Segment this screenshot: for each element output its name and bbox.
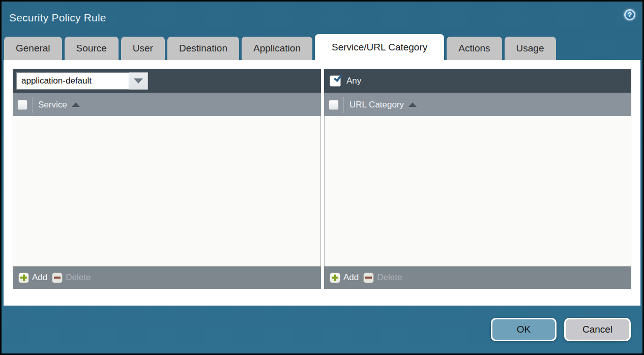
service-delete-button[interactable]: Delete	[52, 272, 91, 283]
any-checkbox[interactable]	[330, 75, 341, 87]
service-type-dropdown	[16, 72, 148, 90]
dialog-button-bar: OK Cancel	[2, 306, 642, 353]
tab-source[interactable]: Source	[65, 37, 119, 60]
service-list-body	[13, 116, 321, 266]
url-category-column-header: URL Category	[324, 93, 631, 116]
minus-icon	[363, 272, 374, 283]
tab-user[interactable]: User	[121, 37, 165, 60]
sort-ascending-icon	[72, 102, 80, 107]
service-panel-header	[13, 69, 321, 93]
security-policy-rule-dialog: Security Policy Rule ? General Source Us…	[0, 0, 644, 355]
service-type-input[interactable]	[16, 72, 129, 90]
checkmark-icon	[334, 72, 342, 81]
plus-icon	[330, 272, 340, 283]
tab-service-url-category[interactable]: Service/URL Category	[315, 34, 444, 60]
url-category-panel-header: Any	[324, 69, 631, 93]
service-add-button[interactable]: Add	[18, 272, 47, 283]
service-column-label: Service	[38, 100, 67, 110]
service-panel-footer: Add Delete	[13, 266, 321, 289]
tab-general[interactable]: General	[4, 37, 62, 60]
tab-actions[interactable]: Actions	[447, 37, 502, 60]
ok-button[interactable]: OK	[491, 318, 557, 341]
tab-content-area: Service Add Delete	[4, 60, 640, 306]
delete-button-label: Delete	[66, 272, 91, 283]
url-category-panel-footer: Add Delete	[324, 266, 631, 289]
service-select-all-checkbox[interactable]	[17, 100, 27, 110]
title-bar: Security Policy Rule ?	[2, 2, 642, 34]
tab-usage[interactable]: Usage	[505, 37, 556, 60]
add-button-label: Add	[32, 272, 47, 283]
column-divider	[343, 97, 344, 113]
tab-strip: General Source User Destination Applicat…	[4, 34, 642, 60]
url-category-select-all-checkbox[interactable]	[329, 100, 339, 110]
service-panel: Service Add Delete	[13, 69, 321, 289]
chevron-down-icon	[134, 78, 143, 84]
any-label: Any	[346, 76, 361, 86]
url-category-column-label: URL Category	[349, 100, 404, 110]
plus-icon	[18, 272, 29, 283]
help-button[interactable]: ?	[624, 9, 635, 20]
url-category-panel: Any URL Category Add Delete	[324, 69, 631, 289]
page-title: Security Policy Rule	[9, 12, 106, 24]
service-sort-header[interactable]: Service	[38, 100, 80, 110]
tab-application[interactable]: Application	[242, 37, 312, 60]
column-divider	[32, 97, 33, 113]
url-category-list-body	[324, 116, 631, 266]
url-category-sort-header[interactable]: URL Category	[349, 100, 417, 110]
url-category-delete-button[interactable]: Delete	[363, 272, 402, 283]
service-column-header: Service	[13, 93, 321, 116]
delete-button-label: Delete	[377, 272, 402, 283]
minus-icon	[52, 272, 63, 283]
tab-destination[interactable]: Destination	[167, 37, 239, 60]
url-category-add-button[interactable]: Add	[330, 272, 359, 283]
question-mark-icon: ?	[628, 11, 632, 19]
sort-ascending-icon	[408, 102, 417, 107]
dropdown-arrow-button[interactable]	[129, 72, 148, 90]
cancel-button[interactable]: Cancel	[564, 318, 631, 341]
add-button-label: Add	[343, 272, 359, 283]
